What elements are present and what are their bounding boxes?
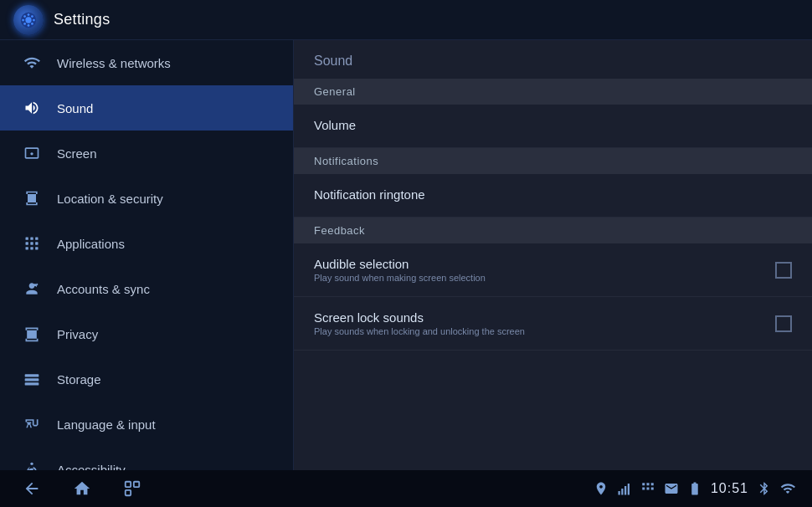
- section-header-notifications: Notifications: [294, 148, 812, 174]
- sidebar: Wireless & networks Sound Screen Locatio…: [0, 40, 293, 470]
- sound-label: Sound: [57, 101, 93, 115]
- svg-point-5: [33, 18, 35, 21]
- sound-icon: [20, 100, 44, 116]
- accessibility-label: Accessibility: [57, 463, 126, 471]
- sidebar-item-accounts[interactable]: Accounts & sync: [0, 266, 293, 311]
- svg-rect-27: [618, 491, 619, 495]
- svg-point-7: [31, 23, 33, 25]
- svg-point-8: [31, 15, 33, 18]
- clock-display: 10:51: [711, 481, 748, 496]
- svg-rect-24: [126, 482, 131, 487]
- page-title: Settings: [54, 11, 110, 28]
- volume-title: Volume: [314, 118, 792, 132]
- sidebar-item-storage[interactable]: Storage: [0, 356, 293, 402]
- audible-selection-text-block: Audible selection Play sound when making…: [314, 257, 775, 283]
- setting-item-screen-lock-sounds[interactable]: Screen lock sounds Play sounds when lock…: [294, 297, 812, 351]
- sidebar-item-privacy[interactable]: Privacy: [0, 311, 293, 356]
- nav-buttons: [17, 477, 147, 500]
- screen-lock-sounds-title: Screen lock sounds: [314, 310, 775, 325]
- sidebar-item-sound[interactable]: Sound: [0, 85, 293, 131]
- svg-point-4: [22, 18, 24, 21]
- location-label: Location & security: [57, 192, 163, 206]
- volume-text-block: Volume: [314, 118, 792, 134]
- storage-label: Storage: [57, 372, 101, 387]
- section-header-general: General: [294, 79, 812, 105]
- svg-rect-22: [25, 382, 39, 385]
- svg-point-23: [30, 463, 33, 465]
- svg-rect-13: [35, 238, 38, 240]
- setting-item-audible-selection[interactable]: Audible selection Play sound when making…: [294, 243, 812, 297]
- setting-item-volume[interactable]: Volume: [294, 105, 812, 148]
- location-status-icon: [594, 481, 609, 496]
- setting-item-notification-ringtone[interactable]: Notification ringtone: [294, 174, 812, 218]
- bluetooth-status-icon: [757, 481, 772, 496]
- location-icon: [20, 190, 44, 207]
- recent-button[interactable]: [117, 477, 147, 500]
- svg-point-10: [30, 152, 33, 155]
- svg-rect-21: [25, 378, 39, 381]
- sidebar-item-location[interactable]: Location & security: [0, 176, 293, 221]
- section-header-feedback: Feedback: [294, 218, 812, 243]
- svg-rect-26: [126, 490, 131, 495]
- svg-point-3: [28, 24, 30, 27]
- applications-icon: [20, 235, 44, 252]
- notification-ringtone-text-block: Notification ringtone: [314, 187, 792, 203]
- svg-rect-32: [646, 483, 649, 485]
- sidebar-item-screen[interactable]: Screen: [0, 131, 293, 176]
- audible-selection-title: Audible selection: [314, 257, 775, 271]
- svg-rect-34: [642, 488, 645, 490]
- main-layout: Wireless & networks Sound Screen Locatio…: [0, 40, 812, 470]
- svg-rect-11: [26, 238, 28, 240]
- settings-app-icon: [13, 5, 44, 35]
- svg-rect-36: [651, 488, 654, 490]
- screen-lock-sounds-text-block: Screen lock sounds Play sounds when lock…: [314, 310, 775, 336]
- svg-rect-20: [25, 374, 39, 376]
- audible-selection-checkbox[interactable]: [775, 262, 792, 279]
- svg-rect-35: [646, 488, 649, 490]
- svg-rect-30: [628, 484, 630, 495]
- wireless-label: Wireless & networks: [57, 56, 171, 70]
- sidebar-item-applications[interactable]: Applications: [0, 221, 293, 266]
- svg-rect-16: [35, 242, 38, 244]
- storage-icon: [20, 371, 44, 387]
- content-page-title: Sound: [294, 40, 812, 79]
- screen-icon: [20, 145, 44, 161]
- content-panel: Sound General Volume Notifications Notif…: [294, 40, 812, 470]
- email-status-icon: [664, 481, 679, 496]
- accounts-icon: [20, 280, 44, 297]
- svg-rect-17: [26, 247, 28, 249]
- privacy-label: Privacy: [57, 327, 98, 341]
- audible-selection-subtitle: Play sound when making screen selection: [314, 273, 775, 283]
- home-button[interactable]: [67, 477, 97, 500]
- app-header: Settings: [0, 0, 812, 40]
- screen-label: Screen: [57, 146, 97, 161]
- signal-status-icon: [617, 481, 632, 496]
- language-label: Language & input: [57, 417, 156, 432]
- language-icon: [20, 416, 44, 433]
- sidebar-item-language[interactable]: Language & input: [0, 402, 293, 447]
- back-button[interactable]: [17, 477, 47, 500]
- wifi-status-icon: [780, 481, 795, 496]
- svg-rect-28: [621, 489, 623, 495]
- svg-rect-14: [26, 242, 28, 244]
- svg-rect-33: [651, 483, 654, 485]
- status-bar: 10:51: [594, 481, 795, 496]
- svg-rect-19: [35, 247, 38, 249]
- svg-point-9: [23, 23, 26, 25]
- wireless-icon: [20, 54, 44, 71]
- sidebar-item-wireless[interactable]: Wireless & networks: [0, 40, 293, 85]
- notification-ringtone-title: Notification ringtone: [314, 187, 792, 202]
- privacy-icon: [20, 325, 44, 342]
- apps-status-icon: [640, 481, 655, 496]
- svg-rect-15: [30, 242, 33, 244]
- svg-rect-18: [30, 247, 33, 249]
- svg-point-1: [25, 17, 31, 23]
- screen-lock-sounds-subtitle: Play sounds when locking and unlocking t…: [314, 326, 775, 336]
- sidebar-item-accessibility[interactable]: Accessibility: [0, 447, 293, 470]
- svg-rect-25: [134, 482, 139, 487]
- svg-rect-31: [642, 483, 645, 485]
- screen-lock-sounds-checkbox[interactable]: [775, 315, 792, 332]
- accounts-label: Accounts & sync: [57, 282, 150, 296]
- svg-point-6: [23, 15, 26, 18]
- svg-rect-29: [624, 486, 626, 495]
